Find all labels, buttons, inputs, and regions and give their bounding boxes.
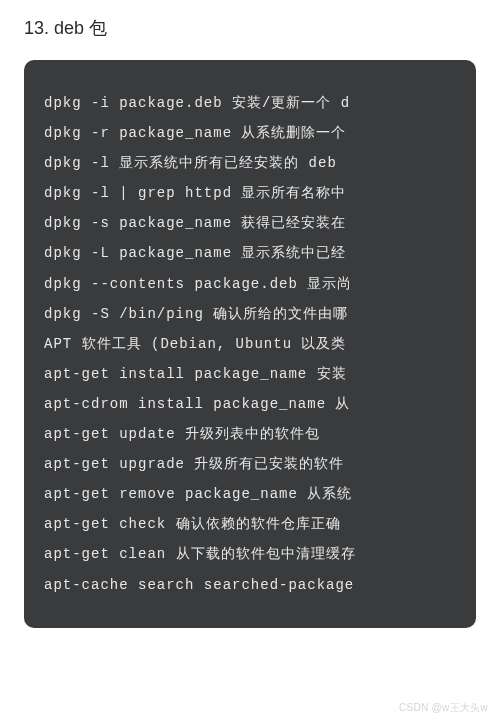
code-line: apt-get remove package_name 从系统: [44, 479, 476, 509]
code-line: dpkg -r package_name 从系统删除一个: [44, 118, 476, 148]
code-line: dpkg -l 显示系统中所有已经安装的 deb: [44, 148, 476, 178]
code-block: dpkg -i package.deb 安装/更新一个 d dpkg -r pa…: [24, 60, 476, 628]
code-line: dpkg --contents package.deb 显示尚: [44, 269, 476, 299]
watermark: CSDN @w王大头w: [399, 701, 488, 715]
code-line: apt-get check 确认依赖的软件仓库正确: [44, 509, 476, 539]
code-line: dpkg -s package_name 获得已经安装在: [44, 208, 476, 238]
code-line: apt-get clean 从下载的软件包中清理缓存: [44, 539, 476, 569]
code-line: apt-get install package_name 安装: [44, 359, 476, 389]
code-line: dpkg -L package_name 显示系统中已经: [44, 238, 476, 268]
section-heading: 13. deb 包: [0, 0, 500, 60]
code-line: dpkg -S /bin/ping 确认所给的文件由哪: [44, 299, 476, 329]
code-line: apt-get upgrade 升级所有已安装的软件: [44, 449, 476, 479]
code-line: APT 软件工具 (Debian, Ubuntu 以及类: [44, 329, 476, 359]
code-line: apt-cdrom install package_name 从: [44, 389, 476, 419]
code-line: dpkg -i package.deb 安装/更新一个 d: [44, 88, 476, 118]
code-line: apt-cache search searched-package: [44, 570, 476, 600]
code-line: dpkg -l | grep httpd 显示所有名称中: [44, 178, 476, 208]
code-line: apt-get update 升级列表中的软件包: [44, 419, 476, 449]
